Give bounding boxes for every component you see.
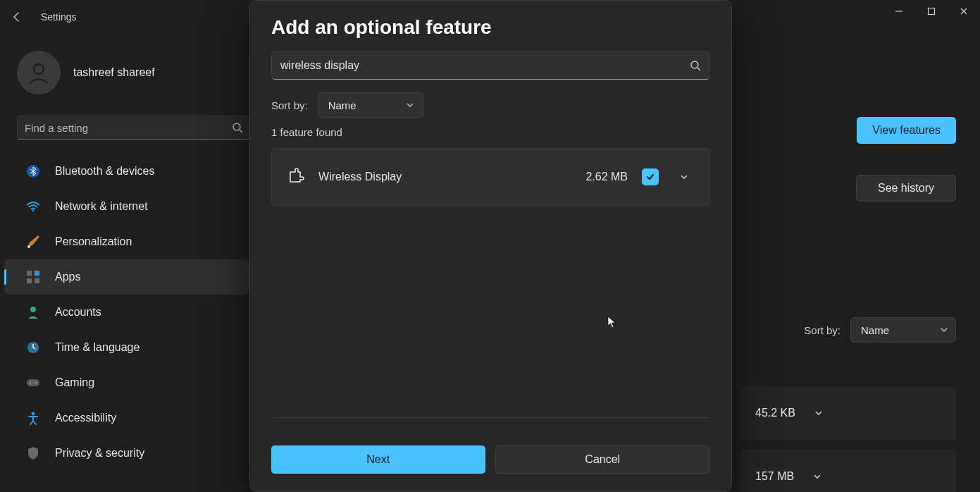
bluetooth-icon [25, 164, 41, 179]
feature-checkbox[interactable] [642, 168, 659, 185]
dialog-sort-dropdown[interactable]: Name [318, 92, 423, 118]
window-minimize[interactable] [883, 0, 915, 23]
nav-item-brush[interactable]: Personalization [4, 224, 249, 259]
chevron-down-icon [812, 472, 822, 481]
feature-size: 2.62 MB [585, 171, 628, 183]
add-optional-feature-dialog: Add an optional feature Sort by: Name 1 … [249, 0, 732, 492]
divider [271, 417, 710, 418]
bg-sort-dropdown[interactable]: Name [850, 317, 956, 343]
svg-rect-1 [929, 8, 935, 15]
nav-item-apps[interactable]: Apps [4, 259, 249, 295]
nav-label: Personalization [55, 235, 132, 248]
svg-point-6 [32, 210, 35, 212]
chevron-down-icon [814, 408, 824, 418]
brush-icon [25, 234, 41, 250]
svg-point-12 [30, 307, 36, 312]
feature-search-value[interactable] [280, 59, 701, 72]
wifi-icon [25, 199, 41, 214]
user-header[interactable]: tashreef shareef [0, 41, 254, 109]
puzzle-icon [286, 168, 304, 186]
nav-item-shield[interactable]: Privacy & security [4, 436, 249, 471]
svg-rect-14 [27, 379, 39, 386]
svg-rect-10 [27, 278, 32, 283]
back-button[interactable] [0, 0, 34, 34]
svg-point-17 [32, 412, 35, 416]
svg-line-19 [697, 68, 700, 70]
dialog-sort-label: Sort by: [271, 99, 308, 111]
svg-line-4 [240, 130, 242, 133]
chevron-down-icon [406, 101, 414, 109]
nav-item-gamepad[interactable]: Gaming [4, 365, 249, 400]
nav-label: Accessibility [55, 412, 116, 424]
find-setting-input[interactable]: Find a setting [17, 116, 251, 140]
clock-icon [25, 340, 41, 355]
nav-label: Apps [55, 271, 80, 283]
nav-label: Time & language [55, 341, 139, 354]
svg-point-15 [30, 382, 31, 383]
svg-point-18 [691, 61, 698, 68]
svg-point-3 [233, 123, 240, 130]
expand-button[interactable] [673, 166, 695, 188]
nav-label: Bluetooth & devices [55, 165, 154, 178]
svg-rect-9 [35, 271, 39, 276]
installed-feature-row[interactable]: 157 MB [740, 450, 956, 492]
feature-size: 157 MB [755, 470, 794, 483]
see-history-button[interactable]: See history [856, 175, 956, 202]
nav-item-access[interactable]: Accessibility [4, 400, 249, 436]
nav-label: Privacy & security [55, 447, 144, 460]
svg-point-2 [34, 64, 44, 74]
search-icon [690, 60, 701, 71]
feature-search-input[interactable] [271, 51, 710, 80]
feature-size: 45.2 KB [755, 407, 795, 419]
window-close[interactable] [948, 0, 980, 23]
nav-item-person[interactable]: Accounts [4, 295, 249, 330]
find-setting-placeholder: Find a setting [25, 122, 88, 134]
svg-point-7 [27, 245, 30, 248]
installed-feature-row[interactable]: 45.2 KB [740, 386, 956, 440]
access-icon [25, 410, 41, 426]
result-count: 1 feature found [250, 125, 731, 148]
nav-item-wifi[interactable]: Network & internet [4, 189, 249, 224]
window-title: Settings [41, 11, 77, 23]
nav-label: Accounts [55, 306, 101, 319]
view-features-button[interactable]: View features [857, 117, 956, 144]
search-icon [232, 122, 243, 133]
apps-icon [25, 269, 41, 285]
chevron-down-icon [940, 326, 948, 334]
nav-label: Network & internet [55, 200, 148, 213]
svg-rect-11 [35, 278, 39, 283]
person-icon [25, 305, 41, 320]
bg-sort-value: Name [861, 324, 889, 336]
cancel-button[interactable]: Cancel [495, 445, 711, 474]
avatar [17, 51, 61, 94]
user-name: tashreef shareef [73, 66, 155, 79]
nav-item-clock[interactable]: Time & language [4, 330, 249, 365]
nav-item-bluetooth[interactable]: Bluetooth & devices [4, 154, 249, 189]
gamepad-icon [25, 375, 41, 390]
next-button[interactable]: Next [271, 445, 485, 474]
svg-rect-8 [27, 271, 32, 276]
svg-point-16 [35, 382, 37, 383]
feature-item[interactable]: Wireless Display 2.62 MB [271, 148, 710, 206]
shield-icon [25, 445, 41, 461]
feature-name: Wireless Display [318, 171, 571, 183]
nav-label: Gaming [55, 376, 94, 389]
dialog-title: Add an optional feature [250, 1, 731, 51]
window-maximize[interactable] [915, 0, 948, 23]
dialog-sort-value: Name [328, 99, 356, 111]
bg-sort-label: Sort by: [804, 324, 841, 336]
